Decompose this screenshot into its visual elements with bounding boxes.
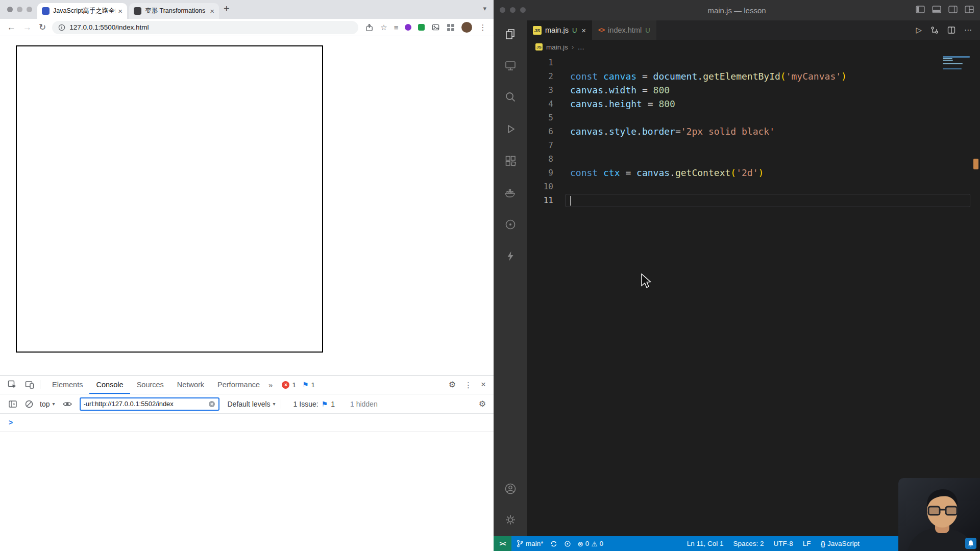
extension-purple-icon[interactable] [405, 24, 411, 31]
context-selector[interactable]: top ▾ [40, 400, 55, 408]
more-tabs-icon[interactable]: » [268, 381, 273, 389]
code-line[interactable]: 5 [527, 111, 980, 124]
console-filter-input[interactable]: -url:http://127.0.0.1:5502/index [80, 397, 219, 411]
mouse-cursor [641, 273, 652, 289]
issues-badge[interactable]: ⚑ 1 [302, 381, 315, 389]
git-branch-item[interactable]: main* [517, 540, 544, 547]
code-line[interactable]: 1 [527, 56, 980, 69]
log-levels-dropdown[interactable]: Default levels ▾ [228, 400, 276, 408]
encoding-setting[interactable]: UTF-8 [774, 540, 793, 547]
breadcrumb-file[interactable]: main.js [546, 43, 568, 51]
eol-setting[interactable]: LF [803, 540, 811, 547]
remote-indicator[interactable]: >< [494, 536, 511, 551]
extensions-icon[interactable] [494, 152, 527, 169]
levels-value: Default levels [228, 400, 271, 408]
devtools-tab-network[interactable]: Network [170, 375, 211, 394]
inspect-element-icon[interactable] [7, 380, 17, 390]
vscode-titlebar[interactable]: main.js — lesson [494, 0, 980, 20]
code-line[interactable]: 7 [527, 138, 980, 152]
tab-main-js[interactable]: JS main.js U × [527, 20, 592, 40]
devtools-menu-icon[interactable]: ⋮ [464, 381, 472, 389]
address-bar[interactable]: 127.0.0.1:5500/index.html [52, 21, 358, 34]
thunder-client-icon[interactable] [494, 247, 527, 265]
devtools-tab-elements[interactable]: Elements [45, 375, 89, 394]
code-line[interactable]: 4canvas.height = 800 [527, 97, 980, 111]
reading-list-icon[interactable]: ≡ [394, 23, 399, 31]
code-line[interactable]: 3canvas.width = 800 [527, 83, 980, 97]
canvas-element[interactable] [16, 45, 323, 353]
console-settings-icon[interactable]: ⚙ [479, 400, 486, 408]
devtools-tab-console[interactable]: Console [89, 375, 130, 394]
devtools-tab-sources[interactable]: Sources [130, 375, 170, 394]
more-actions-icon[interactable]: ⋯ [964, 26, 972, 35]
back-button[interactable]: ← [7, 23, 16, 32]
code-runner-icon[interactable] [494, 216, 527, 233]
browser-tab-1[interactable]: JavaScript高手之路全能课 × [37, 3, 127, 19]
breadcrumb-symbol[interactable]: … [577, 43, 584, 51]
extensions-grid-icon[interactable] [447, 23, 455, 32]
clear-console-icon[interactable] [24, 399, 34, 409]
run-file-icon[interactable]: ▷ [916, 26, 922, 35]
profile-avatar[interactable] [461, 22, 472, 33]
console-sidebar-icon[interactable] [8, 399, 17, 409]
cursor-position[interactable]: Ln 11, Col 1 [687, 540, 724, 547]
tab-close-icon[interactable]: × [581, 26, 586, 35]
compare-changes-icon[interactable] [930, 26, 939, 34]
devtools-settings-icon[interactable]: ⚙ [449, 381, 456, 389]
docker-icon[interactable] [494, 184, 527, 202]
browser-tab-2[interactable]: 变形 Transformations - Web A × [129, 3, 219, 19]
issues-counter[interactable]: 1 Issue: ⚑ 1 [293, 400, 335, 408]
tab-close-icon[interactable]: × [118, 7, 122, 15]
sync-changes-button[interactable] [550, 540, 557, 547]
code-text: const canvas = document.getElementById('… [566, 71, 970, 82]
browser-menu-icon[interactable]: ⋮ [479, 23, 486, 31]
share-icon[interactable] [365, 23, 374, 32]
split-editor-icon[interactable] [947, 26, 955, 34]
code-line[interactable]: 6canvas.style.border='2px solid black' [527, 124, 980, 138]
tab-index-html[interactable]: <> index.html U [592, 20, 656, 40]
devtools-tabbar: Elements Console Sources Network Perform… [0, 375, 494, 394]
customize-layout-icon[interactable] [965, 6, 974, 13]
notifications-bell[interactable] [965, 538, 976, 549]
explorer-icon[interactable] [494, 26, 527, 43]
code-line[interactable]: 9const ctx = canvas.getContext('2d') [527, 166, 980, 180]
tab-close-icon[interactable]: × [210, 7, 214, 15]
clear-filter-icon[interactable] [208, 400, 215, 408]
toggle-secondary-sidebar-icon[interactable] [948, 6, 958, 13]
mac-window-controls[interactable] [500, 7, 526, 13]
code-line[interactable]: 10 [527, 180, 980, 193]
extension-green-icon[interactable] [418, 24, 425, 31]
problems-indicator[interactable]: ⊗ 0 ⚠ 0 [578, 540, 603, 548]
run-debug-icon[interactable] [494, 120, 527, 138]
remote-explorer-icon[interactable] [494, 57, 527, 74]
indentation-setting[interactable]: Spaces: 2 [733, 540, 764, 547]
editor[interactable]: 12const canvas = document.getElementById… [527, 56, 980, 207]
device-toolbar-icon[interactable] [24, 380, 35, 390]
console-prompt-row[interactable]: > [0, 414, 494, 432]
mac-window-controls[interactable] [7, 7, 32, 12]
devtools-tab-performance[interactable]: Performance [211, 375, 266, 394]
toggle-panel-icon[interactable] [932, 6, 941, 13]
account-icon[interactable] [494, 480, 527, 497]
devtools-close-icon[interactable]: × [481, 380, 486, 390]
code-line[interactable]: 8 [527, 152, 980, 166]
minimap[interactable] [943, 55, 973, 81]
live-expression-eye-icon[interactable] [62, 399, 72, 409]
toggle-sidebar-icon[interactable] [916, 6, 925, 13]
settings-gear-icon[interactable] [494, 511, 527, 529]
forward-button[interactable]: → [23, 23, 32, 32]
console-output[interactable]: > [0, 414, 494, 551]
breadcrumb[interactable]: JS main.js › … [527, 40, 980, 54]
bookmark-star-icon[interactable]: ☆ [380, 23, 387, 31]
reload-button[interactable]: ↻ [39, 23, 46, 32]
code-line[interactable]: 2const canvas = document.getElementById(… [527, 69, 980, 83]
tab-search-icon[interactable]: ▾ [483, 5, 486, 12]
console-error-badge[interactable]: × 1 [282, 381, 296, 389]
language-mode[interactable]: {} JavaScript [821, 540, 860, 547]
search-icon[interactable] [494, 88, 527, 106]
media-extension-icon[interactable] [431, 23, 440, 32]
code-line[interactable]: 11 [527, 193, 980, 207]
status-secondary-icon[interactable] [564, 540, 571, 547]
site-info-icon[interactable] [58, 24, 65, 31]
new-tab-button[interactable]: + [224, 3, 230, 15]
